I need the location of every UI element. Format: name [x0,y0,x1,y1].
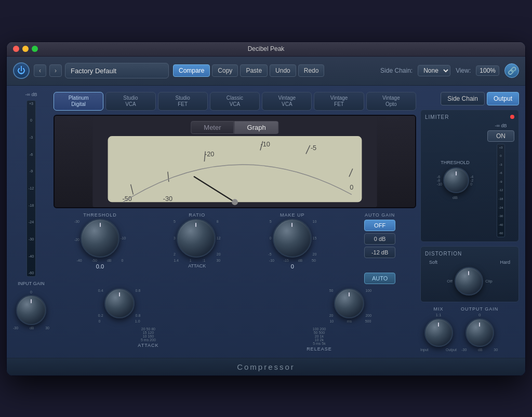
meter-tab-meter[interactable]: Meter [191,121,234,134]
mix-labels: Input Output [420,348,457,352]
makeup-scale-right: 10 15 20 [313,220,317,256]
tab-vintage-fet[interactable]: VintageFET [314,92,364,111]
output-gain-knob[interactable] [466,318,494,347]
threshold-knob[interactable] [81,219,119,258]
makeup-label: MAKE UP [280,212,305,218]
attack-scale-left: 0.4 0.2 [98,289,103,317]
left-vu-panel: -∞ dB +3 0 -3 -6 -9 -12 -18 -24 -30 -40 … [13,92,49,352]
power-button[interactable]: ⏻ [13,62,30,79]
threshold-group: THRESHOLD -30 -20 -10 [74,212,126,270]
distortion-soft-hard: Soft Hard [425,260,514,265]
auto-gain-off-button[interactable]: OFF [364,220,395,231]
compare-button[interactable]: Compare [173,64,210,77]
ratio-knob[interactable] [177,219,216,258]
link-button[interactable]: 🔗 [504,63,519,78]
svg-text:-10: -10 [260,140,270,147]
attack-label-group: 20 50 80 15 120 10 160 5 ms 200 ATTACK [138,327,158,352]
release-knob[interactable] [334,288,364,318]
close-button[interactable] [13,46,19,52]
copy-button[interactable]: Copy [212,64,238,77]
tab-platinum-digital[interactable]: PlatinumDigital [54,92,103,111]
sidechain-selector[interactable]: None [418,65,450,76]
threshold-scale-bottom: -40 -50 dB 0 [77,259,124,262]
output-gain-range: -30 dB 30 [461,348,498,352]
vu-mark-40: -40 [29,254,34,258]
limiter-threshold-knob[interactable] [443,167,469,193]
output-button[interactable]: Output [487,92,519,105]
tab-vintage-opto[interactable]: VintageOpto [366,92,416,111]
meter-tab-graph[interactable]: Graph [234,121,279,134]
left-vu-meter: +3 0 -3 -6 -9 -12 -18 -24 -30 -40 -60 [26,100,36,277]
threshold-scale-right: -10 [121,220,126,256]
vu-mark-3: +3 [29,102,33,105]
ratio-knob-row: 5 3 2 8 12 20 [174,219,221,258]
output-gain-label: OUTPUT GAIN [461,306,498,312]
input-gain-knob[interactable] [16,295,46,325]
limiter-controls: THRESHOLD -6-8-10 -4-20 dB -∞ dB [425,123,514,237]
compressor-label: Compressor [237,362,295,371]
auto-gain-0db-button[interactable]: 0 dB [364,233,395,245]
auto-gain-12db-button[interactable]: -12 dB [364,247,395,258]
title-bar: Decibel Peak [7,42,525,57]
vu-mark-30: -30 [29,237,34,241]
release-bottom-label: RELEASE [307,346,332,352]
distortion-knob[interactable] [455,267,483,295]
side-chain-button[interactable]: Side Chain [441,92,485,105]
toolbar-buttons: Compare Copy Paste Undo Redo [173,64,324,77]
vu-mark-12: -12 [29,186,34,190]
plugin-window: Decibel Peak ⏻ ‹ › Factory Default Compa… [6,42,526,376]
attack-knob[interactable] [104,288,135,318]
tab-classic-vca[interactable]: ClassicVCA [210,92,260,111]
vu-mark-3n: -3 [30,136,33,139]
preset-prev-button[interactable]: ‹ [34,64,46,77]
svg-text:0: 0 [350,183,353,191]
limiter-threshold-label: THRESHOLD [441,160,470,165]
mix-output-row: MIX 1:1 Input Output OUTPUT GAIN 0 [420,306,519,352]
input-gain-marks-top: 0 [30,290,32,294]
mix-ratio-label: 1:1 [435,313,441,317]
limiter-right: -∞ dB ON +3 0 -3 -6 -9 -12 -18 -24 -30 [487,123,514,237]
threshold-value: 0.0 [96,263,104,270]
tab-studio-fet[interactable]: StudioFET [158,92,208,111]
mix-knob[interactable] [424,318,453,347]
limiter-on-button[interactable]: ON [487,130,514,142]
undo-button[interactable]: Undo [270,64,296,77]
ratio-scale-left: 5 3 2 [174,220,176,256]
toolbar-left: ⏻ ‹ › Factory Default Compare Copy Paste… [13,62,324,79]
ratio-scale-right: 8 12 20 [217,220,221,256]
minimize-button[interactable] [22,46,29,52]
svg-point-15 [232,199,238,205]
threshold-label: THRESHOLD [83,212,117,218]
svg-rect-1 [108,136,362,202]
plugin-tabs: PlatinumDigital StudioVCA StudioFET Clas… [54,92,416,111]
auto-gain-auto-button[interactable]: AUTO [364,273,395,284]
makeup-value: 0 [291,263,294,270]
ratio-label: RATIO [189,212,205,218]
auto-gain-label: AUTO GAIN [365,212,395,218]
threshold-knob-row: -30 -20 -10 [74,219,126,258]
limiter-red-dot [510,115,514,119]
distortion-clip-label: Clip [485,279,493,284]
attack-scale-right: 0.6 0.8 [136,289,141,317]
distortion-hard-label: Hard [500,260,510,265]
vu-mark-9: -9 [30,169,33,173]
distortion-section: DISTORTION Soft Hard Off Clip [420,246,519,302]
paste-button[interactable]: Paste [240,64,268,77]
toolbar: ⏻ ‹ › Factory Default Compare Copy Paste… [7,57,525,86]
controls-row: THRESHOLD -30 -20 -10 [54,212,416,284]
tab-vintage-vca[interactable]: VintageVCA [262,92,312,111]
left-vu-marks: +3 0 -3 -6 -9 -12 -18 -24 -30 -40 -60 [28,102,34,275]
makeup-knob[interactable] [273,219,312,258]
vu-mark-60: -60 [29,271,34,275]
preset-selector[interactable]: Factory Default [65,63,169,78]
distortion-off-label: Off [447,279,453,284]
redo-button[interactable]: Redo [298,64,325,77]
tab-studio-vca[interactable]: StudioVCA [105,92,155,111]
vu-mark-0: 0 [30,118,32,122]
limiter-knob-row: -6-8-10 -4-20 [437,167,473,193]
main-area: -∞ dB +3 0 -3 -6 -9 -12 -18 -24 -30 -40 … [7,86,525,358]
auto-gain-group: AUTO GAIN OFF 0 dB -12 dB AUTO [364,212,395,284]
maximize-button[interactable] [32,46,38,52]
preset-next-button[interactable]: › [49,64,62,77]
attack-bottom-label: ATTACK [138,343,158,348]
